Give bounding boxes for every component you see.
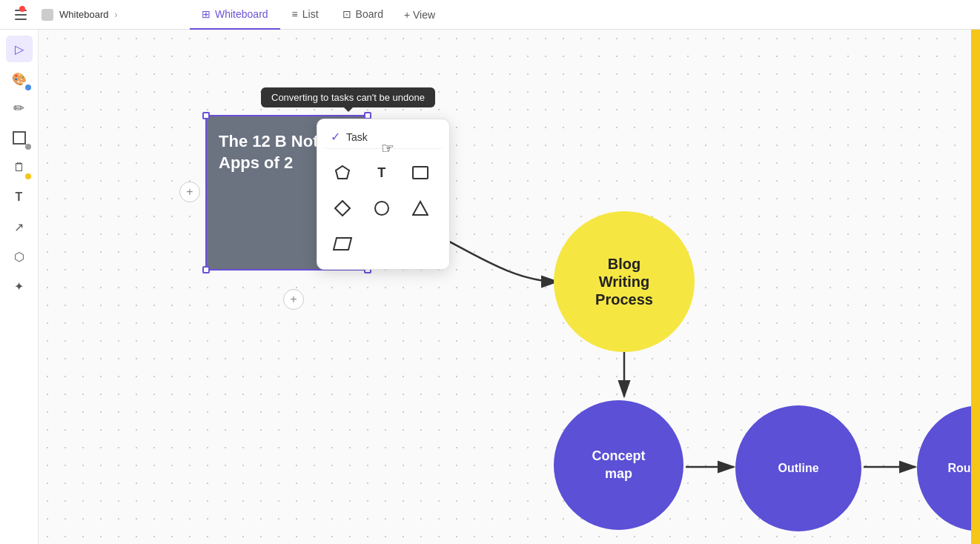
canvas[interactable]: The 12 B Note Ta Apps of 2 + + Convertin… bbox=[39, 30, 980, 544]
text-icon: T bbox=[16, 190, 23, 204]
task-option[interactable]: ✓ Task bbox=[323, 125, 443, 149]
concept-circle-text: Conceptmap bbox=[592, 448, 646, 482]
whiteboard-tab-label: Whiteboard bbox=[215, 8, 268, 20]
check-icon: ✓ bbox=[331, 130, 340, 144]
menu-button[interactable] bbox=[9, 1, 36, 28]
star-icon: ✦ bbox=[14, 279, 24, 293]
add-view-button[interactable]: + View bbox=[395, 0, 444, 30]
tab-board[interactable]: ⊡ Board bbox=[331, 0, 395, 30]
shape-icon bbox=[13, 131, 26, 145]
tool-sticky[interactable]: 🗒 bbox=[6, 154, 33, 181]
shape-picker[interactable]: ✓ Task T bbox=[317, 119, 450, 270]
tool-pen[interactable]: ✏ bbox=[6, 95, 33, 122]
paint-dot bbox=[25, 84, 31, 90]
svg-marker-6 bbox=[335, 201, 350, 216]
paint-icon: 🎨 bbox=[12, 72, 27, 86]
breadcrumb-project[interactable]: Whiteboard bbox=[59, 9, 108, 20]
tool-mindmap[interactable]: ⬡ bbox=[6, 243, 33, 270]
shape-text[interactable]: T bbox=[365, 156, 398, 189]
sticky-icon: 🗒 bbox=[13, 161, 25, 174]
mindmap-icon: ⬡ bbox=[14, 250, 24, 264]
text-shape-icon: T bbox=[377, 165, 385, 181]
right-edge-accent bbox=[971, 30, 980, 544]
add-button-left[interactable]: + bbox=[179, 182, 200, 202]
tab-list[interactable]: ≡ List bbox=[280, 0, 331, 30]
shape-dot bbox=[25, 144, 31, 150]
add-left-icon: + bbox=[186, 185, 193, 199]
tooltip-converting: Converting to tasks can't be undone bbox=[261, 87, 435, 107]
board-tab-icon: ⊡ bbox=[342, 8, 351, 20]
board-tab-label: Board bbox=[356, 8, 383, 20]
tool-select[interactable]: ▷ bbox=[6, 36, 33, 62]
shape-pentagon[interactable] bbox=[326, 156, 359, 189]
svg-rect-5 bbox=[413, 167, 428, 179]
tool-connect[interactable]: ↗ bbox=[6, 213, 33, 240]
list-tab-label: List bbox=[302, 8, 319, 20]
handle-bl[interactable] bbox=[202, 266, 210, 273]
shape-diamond[interactable] bbox=[326, 192, 359, 225]
list-tab-icon: ≡ bbox=[292, 8, 298, 20]
add-button-below[interactable]: + bbox=[283, 289, 304, 310]
handle-tl[interactable] bbox=[202, 112, 210, 119]
tool-star[interactable]: ✦ bbox=[6, 273, 33, 299]
topbar-left: Whiteboard › bbox=[9, 1, 187, 28]
svg-marker-9 bbox=[334, 238, 351, 250]
tool-shape[interactable] bbox=[6, 125, 33, 151]
topbar: Whiteboard › ⊞ Whiteboard ≡ List ⊡ Board… bbox=[0, 0, 980, 30]
pen-icon: ✏ bbox=[13, 100, 24, 116]
breadcrumb-separator: › bbox=[114, 10, 117, 20]
main-layout: ▷ 🎨 ✏ 🗒 T ↗ ⬡ ✦ bbox=[0, 30, 980, 544]
shape-grid: T bbox=[323, 153, 443, 263]
tool-text[interactable]: T bbox=[6, 184, 33, 210]
sticky-dot bbox=[25, 173, 31, 179]
blog-circle[interactable]: BlogWritingProcess bbox=[554, 211, 695, 352]
outline-circle-text: Outline bbox=[778, 462, 818, 475]
whiteboard-tab-icon: ⊞ bbox=[202, 8, 211, 20]
task-label: Task bbox=[346, 131, 368, 143]
shape-circle[interactable] bbox=[365, 192, 398, 225]
tab-whiteboard[interactable]: ⊞ Whiteboard bbox=[190, 0, 280, 30]
outline-circle[interactable]: Outline bbox=[735, 405, 861, 531]
breadcrumb-project-icon bbox=[42, 9, 53, 21]
add-view-label: + View bbox=[404, 9, 435, 21]
svg-point-7 bbox=[375, 202, 388, 215]
svg-marker-8 bbox=[413, 202, 428, 215]
left-toolbar: ▷ 🎨 ✏ 🗒 T ↗ ⬡ ✦ bbox=[0, 30, 39, 544]
notification-dot bbox=[19, 6, 25, 12]
shape-parallelogram[interactable] bbox=[326, 228, 359, 260]
svg-marker-4 bbox=[336, 166, 349, 179]
connect-icon: ↗ bbox=[14, 220, 24, 234]
concept-circle[interactable]: Conceptmap bbox=[554, 400, 683, 530]
shape-rectangle[interactable] bbox=[404, 156, 437, 189]
blog-circle-text: BlogWritingProcess bbox=[595, 255, 653, 308]
select-icon: ▷ bbox=[15, 42, 24, 56]
shape-triangle[interactable] bbox=[404, 192, 437, 225]
add-below-icon: + bbox=[290, 293, 297, 306]
tool-paint[interactable]: 🎨 bbox=[6, 65, 33, 92]
nav-tabs: ⊞ Whiteboard ≡ List ⊡ Board + View bbox=[190, 0, 444, 30]
